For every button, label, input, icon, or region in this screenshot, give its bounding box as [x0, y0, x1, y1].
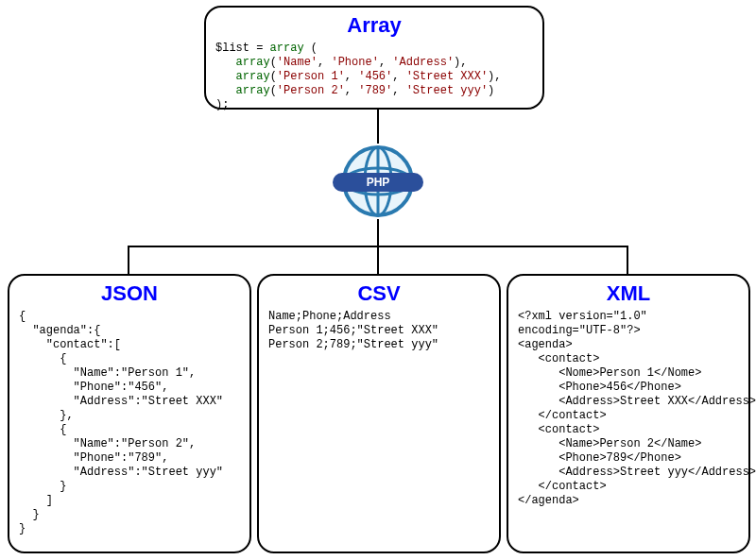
connector-drop-csv	[377, 246, 379, 274]
csv-title: CSV	[268, 281, 490, 306]
connector-top	[377, 110, 379, 144]
array-box: Array $list = array ( array('Name', 'Pho…	[204, 6, 544, 110]
array-code: $list = array ( array('Name', 'Phone', '…	[215, 42, 533, 112]
xml-code: <?xml version="1.0" encoding="UTF-8"?> <…	[518, 310, 739, 508]
xml-title: XML	[518, 281, 739, 306]
csv-box: CSV Name;Phone;Address Person 1;456;"Str…	[257, 274, 501, 553]
array-title: Array	[215, 13, 533, 38]
json-title: JSON	[19, 281, 240, 306]
csv-code: Name;Phone;Address Person 1;456;"Street …	[268, 310, 490, 352]
php-label: PHP	[333, 173, 423, 192]
xml-box: XML <?xml version="1.0" encoding="UTF-8"…	[507, 274, 750, 553]
json-code: { "agenda":{ "contact":[ { "Name":"Perso…	[19, 310, 240, 536]
connector-drop-json	[128, 246, 129, 274]
connector-mid	[377, 219, 379, 246]
connector-drop-xml	[627, 246, 628, 274]
json-box: JSON { "agenda":{ "contact":[ { "Name":"…	[8, 274, 251, 553]
